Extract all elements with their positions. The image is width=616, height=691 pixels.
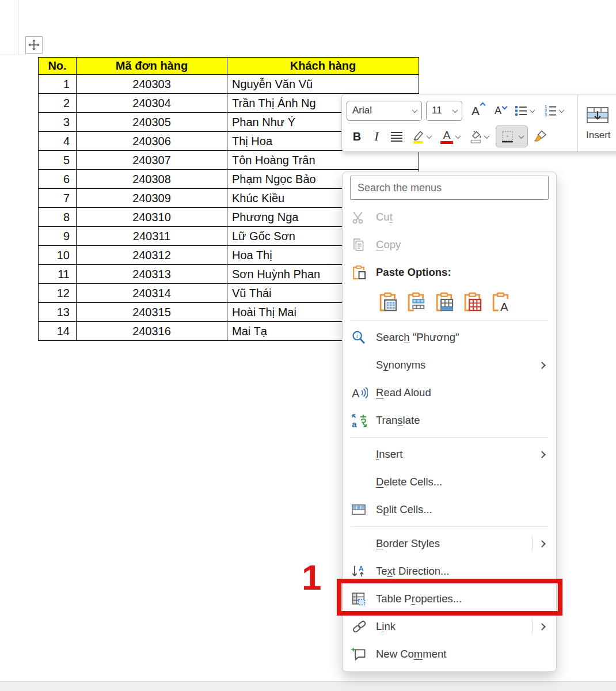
paste-insert-as-new-rows-button[interactable]	[461, 290, 484, 313]
submenu-divider	[532, 619, 533, 634]
svg-text:A: A	[359, 564, 364, 572]
menu-item-delete-cells[interactable]: Delete Cells...	[343, 468, 556, 496]
insert-table-below-icon	[586, 107, 609, 125]
chevron-down-icon	[453, 107, 458, 113]
table-row: 5240307Tôn Hoàng Trân	[39, 151, 419, 170]
shrink-font-button[interactable]: A	[489, 100, 507, 121]
table-cell[interactable]: 240306	[77, 132, 227, 151]
text-direction-icon: A	[351, 563, 370, 579]
table-cell[interactable]: 10	[39, 246, 77, 265]
table-cell[interactable]: 3	[39, 113, 77, 132]
table-cell[interactable]: 240304	[77, 94, 227, 113]
chevron-down-icon[interactable]	[559, 107, 565, 113]
numbered-list-button[interactable]: 123	[542, 100, 559, 121]
mini-formatting-toolbar: Arial 11 A A	[341, 94, 616, 152]
table-cell[interactable]: 240309	[77, 189, 227, 208]
table-cell[interactable]: 14	[39, 322, 77, 341]
menu-search-input[interactable]	[350, 176, 549, 200]
toolbar-divider	[577, 94, 578, 151]
table-cell[interactable]: 9	[39, 227, 77, 246]
text-highlight-button[interactable]	[409, 126, 427, 147]
table-cell[interactable]: Nguyễn Văn Vũ	[227, 75, 419, 94]
svg-text:i: i	[356, 333, 358, 339]
table-cell[interactable]: 240310	[77, 208, 227, 227]
chevron-down-icon[interactable]	[519, 133, 524, 139]
chevron-down-icon[interactable]	[484, 133, 490, 139]
menu-item-border-styles[interactable]: Border Styles	[343, 530, 556, 557]
bullet-list-button[interactable]	[512, 100, 530, 121]
menu-item-new-comment[interactable]: New Comment	[343, 640, 556, 668]
format-painter-button[interactable]	[532, 126, 549, 147]
insert-button-label: Insert	[586, 130, 611, 141]
table-cell[interactable]: 7	[39, 189, 77, 208]
table-cell[interactable]: 240312	[77, 246, 227, 265]
table-cell[interactable]: 12	[39, 284, 77, 303]
shading-button[interactable]	[467, 126, 484, 147]
numbered-list-icon: 123	[543, 104, 557, 117]
shrink-font-icon: A	[493, 104, 503, 117]
chevron-down-icon[interactable]	[530, 107, 535, 113]
paste-merge-table-button[interactable]	[432, 290, 455, 313]
table-cell[interactable]: 1	[39, 75, 77, 94]
table-cell[interactable]: 13	[39, 303, 77, 322]
table-cell[interactable]: 240314	[77, 284, 227, 303]
italic-button[interactable]: I	[368, 126, 385, 147]
menu-item-insert[interactable]: Insert	[343, 441, 556, 468]
menu-item-search-ph-ng[interactable]: iSearch "Phương"	[343, 324, 556, 351]
menu-item-label: Paste Options:	[376, 266, 451, 279]
menu-item-table-properties[interactable]: Table Properties...	[343, 585, 556, 613]
table-cell[interactable]: 240308	[77, 170, 227, 189]
menu-item-read-aloud[interactable]: ARead Aloud	[343, 379, 556, 407]
font-name-value: Arial	[352, 105, 372, 116]
chevron-right-icon	[538, 623, 546, 631]
insert-row-below-button[interactable]: Insert	[580, 94, 616, 151]
chevron-right-icon	[538, 540, 546, 548]
scissors-icon	[351, 209, 370, 225]
menu-item-split-cells[interactable]: Split Cells...	[343, 496, 556, 523]
font-size-dropdown[interactable]: 11	[426, 101, 462, 121]
table-cell[interactable]: 240313	[77, 265, 227, 284]
menu-item-translate[interactable]: aTranslate	[343, 407, 556, 434]
bullet-list-icon	[514, 104, 528, 117]
table-cell[interactable]: 240307	[77, 151, 227, 170]
column-header-no[interactable]: No.	[39, 58, 77, 75]
table-cell[interactable]: 240311	[77, 227, 227, 246]
table-cell[interactable]: 8	[39, 208, 77, 227]
table-cell[interactable]: 240316	[77, 322, 227, 341]
paste-keep-source-formatting-button[interactable]	[376, 290, 399, 313]
menu-item-copy[interactable]: Copy	[343, 231, 556, 259]
menu-item-cut[interactable]: Cut	[343, 203, 556, 231]
font-color-button[interactable]: A	[438, 126, 455, 147]
bold-button[interactable]: B	[347, 126, 367, 147]
menu-item-label: Link	[376, 620, 396, 633]
table-cell[interactable]: 240315	[77, 303, 227, 322]
table-cell[interactable]: 240305	[77, 113, 227, 132]
table-cell[interactable]: 11	[39, 265, 77, 284]
paste-nest-table-button[interactable]	[404, 290, 427, 313]
menu-item-link[interactable]: Link	[343, 613, 556, 640]
table-cell[interactable]: 5	[39, 151, 77, 170]
table-cell[interactable]: 6	[39, 170, 77, 189]
menu-item-label: Split Cells...	[376, 503, 432, 516]
table-properties-icon	[351, 591, 370, 607]
menu-item-paste-options[interactable]: Paste Options:	[343, 259, 556, 286]
column-header-kh-ch-h-ng[interactable]: Khách hàng	[227, 58, 419, 75]
chevron-down-icon[interactable]	[455, 133, 461, 139]
read-aloud-icon: A	[351, 385, 370, 401]
paste-keep-text-only-button[interactable]: A	[489, 290, 512, 313]
table-cell[interactable]: 4	[39, 132, 77, 151]
column-header-m-n-h-ng[interactable]: Mã đơn hàng	[77, 58, 227, 75]
justify-button[interactable]	[388, 126, 405, 147]
table-cell[interactable]: 2	[39, 94, 77, 113]
annotation-step-number: 1	[302, 560, 321, 595]
menu-item-synonyms[interactable]: Synonyms	[343, 351, 556, 379]
menu-item-text-direction[interactable]: AText Direction...	[343, 557, 556, 585]
font-name-dropdown[interactable]: Arial	[347, 101, 422, 121]
borders-button[interactable]	[496, 126, 528, 147]
chevron-down-icon[interactable]	[427, 133, 432, 139]
menu-item-label: Delete Cells...	[376, 476, 442, 488]
table-move-handle[interactable]	[25, 36, 43, 54]
table-cell[interactable]: Tôn Hoàng Trân	[227, 151, 419, 170]
grow-font-button[interactable]: A	[467, 100, 484, 121]
table-cell[interactable]: 240303	[77, 75, 227, 94]
